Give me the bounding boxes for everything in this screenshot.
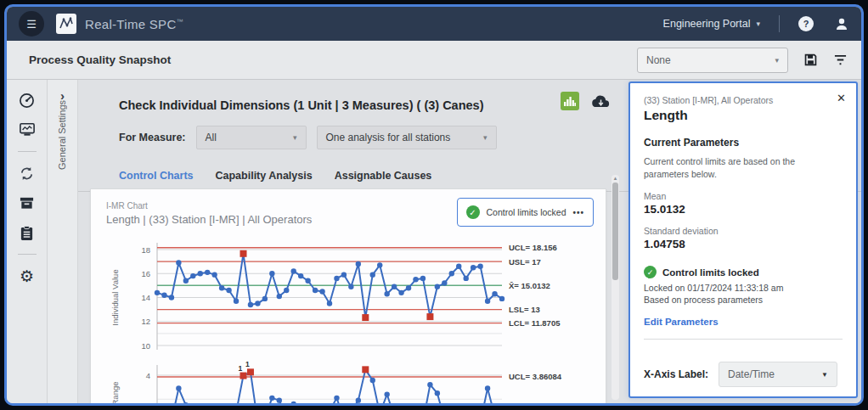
filter-icon: [833, 53, 848, 66]
sidebar-divider: [18, 151, 37, 152]
individual-value-chart: 1816141210Individual ValueUCL= 18.156USL…: [106, 236, 592, 355]
measure-dropdown-value: All: [206, 132, 217, 143]
svg-text:1: 1: [239, 364, 243, 373]
current-parameters-heading: Current Parameters: [644, 137, 843, 149]
svg-text:14: 14: [141, 293, 150, 302]
std-label: Standard deviation: [644, 226, 843, 236]
svg-text:Individual Value: Individual Value: [110, 269, 120, 325]
help-button[interactable]: ?: [798, 16, 814, 31]
gear-icon: ⚙: [20, 268, 34, 284]
vertical-scrollbar[interactable]: ▲: [612, 175, 619, 400]
app-title: Real-Time SPC™: [85, 17, 183, 31]
portal-dropdown[interactable]: Engineering Portal ▾: [663, 18, 760, 30]
caret-down-icon: ▾: [483, 133, 488, 142]
scrollbar-up-icon[interactable]: ▲: [612, 176, 618, 181]
svg-text:Moving Range: Moving Range: [110, 382, 120, 403]
measure-dropdown[interactable]: All ▾: [196, 126, 307, 149]
sidebar-divider: [18, 254, 37, 255]
caret-down-icon: ▾: [293, 133, 297, 142]
cloud-download-button[interactable]: [591, 94, 611, 109]
mean-label: Mean: [644, 191, 843, 201]
svg-text:10: 10: [141, 341, 150, 351]
general-settings-collapsed-panel: › General Settings: [48, 80, 78, 403]
svg-text:LSL= 13: LSL= 13: [509, 305, 540, 314]
xaxis-dropdown-value: Date/Time: [728, 368, 775, 380]
svg-text:4: 4: [146, 371, 150, 380]
svg-text:16: 16: [141, 269, 150, 278]
svg-text:USL= 17: USL= 17: [509, 257, 541, 267]
scrollbar-thumb[interactable]: [612, 183, 618, 280]
question-icon: ?: [803, 19, 809, 29]
caret-down-icon: ▾: [756, 20, 760, 28]
save-icon: [803, 53, 818, 67]
analysis-mode-value: One analysis for all stations: [326, 132, 451, 143]
gauge-icon: [19, 93, 35, 109]
moving-range-chart: 4Moving RangeUCL= 3.8608411: [106, 358, 592, 403]
panel-divider: [644, 339, 843, 340]
svg-text:LCL= 11.8705: LCL= 11.8705: [509, 318, 561, 328]
analysis-mode-dropdown[interactable]: One analysis for all stations ▾: [317, 126, 497, 149]
left-icon-rail: ⚙: [7, 80, 48, 403]
svg-text:1: 1: [245, 360, 250, 368]
svg-text:UCL= 3.86084: UCL= 3.86084: [509, 372, 562, 381]
user-account-button[interactable]: [834, 16, 849, 31]
cloud-download-icon: [591, 94, 611, 109]
preset-dropdown[interactable]: None ▾: [637, 48, 788, 73]
app-window: ☰ Real-Time SPC™ Engineering Portal ▾ ? …: [4, 4, 864, 406]
svg-text:X̄= 15.0132: X̄= 15.0132: [509, 281, 550, 290]
edit-parameters-link[interactable]: Edit Parameters: [644, 317, 843, 327]
page-title: Process Quality Snapshot: [29, 53, 171, 66]
sidebar-item-monitoring[interactable]: [19, 121, 36, 138]
close-icon[interactable]: ✕: [837, 92, 846, 104]
sidebar-item-settings[interactable]: ⚙: [19, 267, 36, 284]
locked-timestamp: Locked on 01/17/2024 11:33:18 am: [644, 283, 843, 293]
svg-text:12: 12: [141, 317, 150, 326]
sidebar-item-dashboard[interactable]: [19, 92, 36, 109]
person-icon: [834, 16, 849, 31]
general-settings-label: General Settings: [57, 100, 67, 170]
main-content: › General Settings Check Individual Dime…: [48, 80, 861, 403]
hamburger-menu-button[interactable]: ☰: [19, 11, 44, 37]
panel-title: Length: [644, 108, 843, 123]
std-value: 1.04758: [644, 238, 843, 250]
sidebar-item-archive[interactable]: [19, 194, 36, 211]
sidebar-item-sync[interactable]: [19, 165, 36, 182]
chart-view-button[interactable]: [561, 92, 579, 110]
xaxis-label: X-Axis Label:: [644, 368, 708, 380]
svg-text:UCL= 18.156: UCL= 18.156: [509, 243, 557, 252]
locked-status-label: Control limits locked: [662, 267, 759, 278]
caret-down-icon: ▾: [775, 56, 779, 65]
filter-button[interactable]: [833, 53, 848, 66]
archive-icon: [19, 195, 35, 211]
badge-more-menu[interactable]: •••: [572, 208, 584, 217]
save-button[interactable]: [803, 53, 818, 67]
caret-down-icon: ▼: [821, 371, 828, 379]
sidebar-item-reports[interactable]: [19, 224, 36, 241]
portal-label: Engineering Portal: [663, 18, 751, 30]
locked-basis: Based on process parameters: [644, 295, 843, 305]
for-measure-label: For Measure:: [119, 132, 186, 143]
parameters-description: Current control limits are based on the …: [644, 155, 841, 181]
locked-status: ✓ Control limits locked: [644, 266, 843, 278]
navbar-divider: [779, 15, 780, 32]
badge-label: Control limits locked: [487, 207, 566, 217]
svg-text:18: 18: [141, 245, 150, 255]
imr-chart-card: I-MR Chart Length | (33) Station [I-MR] …: [90, 188, 606, 403]
imr-charts: 1816141210Individual ValueUCL= 18.156USL…: [106, 236, 590, 403]
histogram-icon: [564, 96, 576, 106]
clipboard-icon: [20, 225, 34, 241]
top-navbar: ☰ Real-Time SPC™ Engineering Portal ▾ ?: [7, 7, 861, 41]
panel-context: (33) Station [I-MR], All Operators: [644, 95, 843, 105]
app-logo-icon: [56, 14, 76, 34]
preset-dropdown-value: None: [646, 54, 671, 66]
control-limits-locked-badge[interactable]: ✓ Control limits locked •••: [457, 198, 594, 227]
mean-value: 15.0132: [644, 203, 843, 216]
hamburger-icon: ☰: [26, 18, 37, 31]
page-toolbar: Process Quality Snapshot None ▾: [7, 41, 861, 80]
monitor-chart-icon: [19, 122, 36, 138]
check-circle-icon: ✓: [644, 266, 657, 278]
sync-icon: [19, 166, 35, 182]
xaxis-dropdown[interactable]: Date/Time ▼: [719, 362, 837, 387]
trademark: ™: [177, 18, 183, 25]
parameter-detail-panel: ✕ (33) Station [I-MR], All Operators Len…: [628, 81, 858, 398]
